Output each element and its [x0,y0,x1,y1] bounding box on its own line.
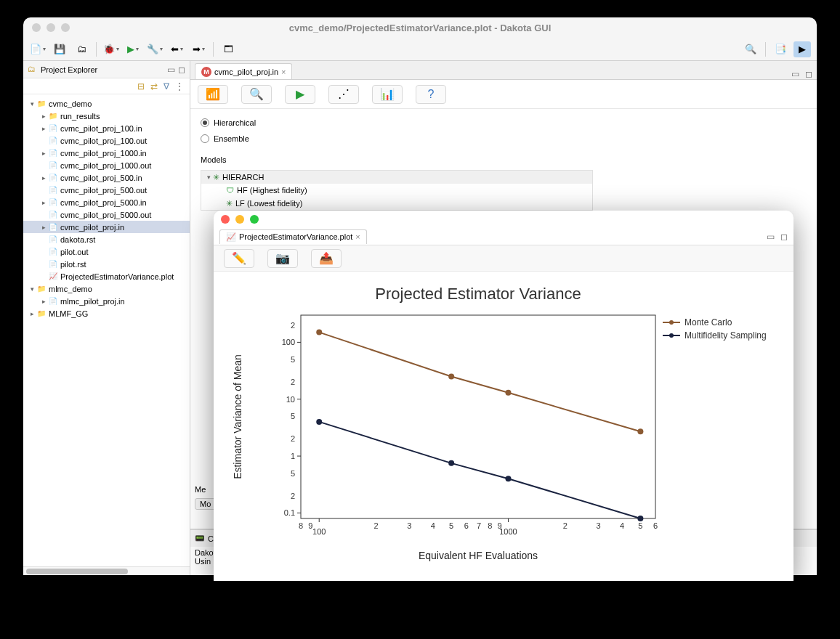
play-button[interactable]: ▶ [285,85,315,104]
svg-text:Monte Carlo: Monte Carlo [684,317,732,327]
svg-text:Projected Estimator Variance: Projected Estimator Variance [375,285,581,303]
plot-window: 📈 ProjectedEstimatorVariance.plot × ▭ ◻ … [214,211,793,581]
tree-item[interactable]: ▾📁cvmc_demo [23,97,190,110]
collapse-all-icon[interactable]: ⊟ [137,81,145,91]
tree-item[interactable]: ▾📁mlmc_demo [23,282,190,295]
tree-item[interactable]: 📄dakota.rst [23,233,190,245]
link-editor-icon[interactable]: ⇄ [150,81,158,91]
chart-icon: 📈 [226,232,236,242]
bar-chart-button[interactable]: 📊 [372,85,403,104]
save-all-button[interactable]: 🗂 [73,41,90,57]
zoom-button[interactable]: 🔍 [241,85,272,104]
perspective-button[interactable]: 📑 [772,41,789,57]
svg-text:Estimator Variance of Mean: Estimator Variance of Mean [232,354,243,479]
svg-text:0.1: 0.1 [284,508,295,517]
svg-text:2: 2 [291,434,295,443]
minimize-editor-icon[interactable]: ▭ [791,69,799,79]
minimize-icon[interactable] [235,215,244,224]
close-tab-icon[interactable]: × [281,68,286,76]
svg-point-47 [505,476,511,481]
menu-icon[interactable]: ⋮ [175,81,184,91]
svg-point-39 [448,374,454,380]
svg-point-40 [505,390,511,396]
close-tab-icon[interactable]: × [355,232,360,241]
export-button[interactable]: 📤 [311,249,342,268]
radio-ensemble[interactable]: Ensemble [201,131,807,147]
horizontal-scrollbar[interactable] [23,566,190,575]
svg-point-41 [637,428,643,434]
main-toolbar: 📄 💾 🗂 🐞 ▶ 🔧 ⬅ ➡ 🗔 🔍 📑 ▶ [23,38,817,61]
run-button[interactable]: ▶ [124,41,142,57]
help-button[interactable]: ? [416,85,446,104]
panel-title: Project Explorer [41,65,97,74]
dakota-perspective-button[interactable]: ▶ [793,41,811,57]
titlebar: cvmc_demo/ProjectedEstimatorVariance.plo… [23,17,817,38]
maximize-editor-icon[interactable]: ◻ [805,69,812,79]
tree-item[interactable]: 📄cvmc_pilot_proj_500.out [23,184,190,196]
svg-text:4: 4 [620,521,624,530]
scatter-button[interactable]: ⋰ [328,85,359,104]
tree-item[interactable]: ▸📄mlmc_pilot_proj.in [23,295,190,307]
edit-button[interactable]: ✏️ [224,249,254,268]
editor-tab[interactable]: M cvmc_pilot_proj.in × [195,63,292,79]
folder-icon: 🗂 [28,65,38,75]
models-label: Models [190,152,817,167]
svg-point-48 [637,516,643,521]
project-explorer-header: 🗂 Project Explorer ▭ ◻ [23,61,190,78]
svg-text:5: 5 [291,412,295,420]
svg-point-50 [669,333,674,338]
svg-text:10: 10 [286,395,295,404]
back-button[interactable]: ⬅ [168,41,185,57]
new-button[interactable]: 📄 [29,41,47,57]
forward-button[interactable]: ➡ [190,41,207,57]
svg-text:6: 6 [653,521,658,530]
svg-text:3: 3 [407,521,411,530]
debug-button[interactable]: 🐞 [102,41,120,57]
tree-item[interactable]: 📈ProjectedEstimatorVariance.plot [23,270,190,282]
models-tree[interactable]: ▾✳HIERARCH 🛡HF (Highest fidelity) ✳LF (L… [201,170,593,211]
tree-item[interactable]: ▸📁MLMF_GG [23,307,190,320]
plot-titlebar [214,211,793,228]
svg-text:1: 1 [291,452,295,460]
tree-item[interactable]: 📄pilot.out [23,245,190,258]
editor-tabbar: M cvmc_pilot_proj.in × ▭ ◻ [190,61,817,80]
tree-item[interactable]: ▸📁run_results [23,110,190,122]
minimize-editor-icon[interactable]: ▭ [767,232,775,242]
ext-button[interactable]: 🔧 [146,41,163,57]
close-icon[interactable] [221,215,230,224]
radio-hierarchical[interactable]: Hierarchical [201,115,807,131]
maximize-icon[interactable] [250,215,259,224]
chart-canvas[interactable]: Projected Estimator VarianceEstimator Va… [214,272,793,581]
svg-text:6: 6 [464,521,469,530]
tree-item[interactable]: ▸📄cvmc_pilot_proj.in [23,221,190,233]
svg-text:5: 5 [291,469,295,478]
svg-text:Multifidelity Sampling: Multifidelity Sampling [684,330,767,341]
signal-button[interactable]: 📶 [198,85,228,104]
truncated-label-mo[interactable]: Mo [195,498,216,510]
new-window-button[interactable]: 🗔 [219,41,237,57]
maximize-editor-icon[interactable]: ◻ [780,232,788,242]
tree-item[interactable]: ▸📄cvmc_pilot_proj_100.in [23,122,190,134]
svg-text:100: 100 [312,527,326,536]
tree-item[interactable]: ▸📄cvmc_pilot_proj_5000.in [23,196,190,208]
save-button[interactable]: 💾 [51,41,68,57]
editor-toolbar: 📶 🔍 ▶ ⋰ 📊 ? [190,80,817,109]
model-type-radios: Hierarchical Ensemble [190,109,817,152]
svg-text:2: 2 [291,321,295,330]
project-tree[interactable]: ▾📁cvmc_demo▸📁run_results▸📄cvmc_pilot_pro… [23,94,190,566]
tree-item[interactable]: 📄pilot.rst [23,258,190,270]
tree-item[interactable]: 📄cvmc_pilot_proj_100.out [23,134,190,147]
tree-item[interactable]: ▸📄cvmc_pilot_proj_500.in [23,171,190,184]
svg-text:1000: 1000 [499,527,517,536]
plot-tab[interactable]: 📈 ProjectedEstimatorVariance.plot × [219,229,367,244]
filter-icon[interactable]: ∇ [163,81,169,91]
tree-item[interactable]: 📄cvmc_pilot_proj_5000.out [23,208,190,221]
svg-text:4: 4 [431,521,435,530]
minimize-panel-icon[interactable]: ▭ [167,65,175,75]
restore-panel-icon[interactable]: ◻ [178,65,185,75]
snapshot-button[interactable]: 📷 [267,249,298,268]
svg-text:9: 9 [308,521,312,530]
search-button[interactable]: 🔍 [742,41,759,57]
tree-item[interactable]: 📄cvmc_pilot_proj_1000.out [23,159,190,171]
tree-item[interactable]: ▸📄cvmc_pilot_proj_1000.in [23,147,190,159]
